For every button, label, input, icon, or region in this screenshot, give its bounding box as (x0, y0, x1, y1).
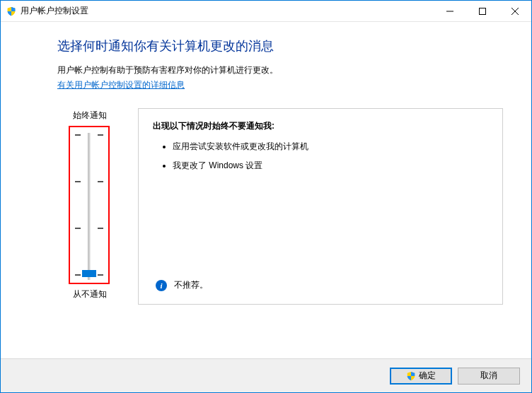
shield-icon (6, 6, 16, 16)
footer: 确定 取消 (1, 358, 531, 392)
tick-mark (98, 274, 103, 276)
shield-icon (406, 371, 416, 381)
slider-column: 始终通知 (57, 108, 121, 305)
close-button[interactable] (499, 1, 531, 21)
window-title: 用户帐户控制设置 (21, 5, 434, 17)
tick-mark (75, 274, 81, 276)
info-list-item: 我更改了 Windows 设置 (173, 160, 488, 172)
info-list-item: 应用尝试安装软件或更改我的计算机 (173, 141, 488, 153)
ok-button[interactable]: 确定 (390, 368, 452, 385)
uac-settings-window: 用户帐户控制设置 选择何时通知你有关计算机更改的消息 用户帐户控制有助于预防有害… (0, 0, 532, 393)
ok-button-label: 确定 (419, 370, 436, 382)
cancel-button[interactable]: 取消 (458, 368, 520, 385)
slider-track (88, 133, 91, 280)
info-list: 应用尝试安装软件或更改我的计算机 我更改了 Windows 设置 (153, 141, 488, 172)
info-panel-title: 出现以下情况时始终不要通知我: (153, 120, 488, 132)
content-area: 选择何时通知你有关计算机更改的消息 用户帐户控制有助于预防有害程序对你的计算机进… (1, 22, 531, 358)
slider-label-never: 从不通知 (57, 288, 107, 300)
tick-col-left (74, 131, 81, 278)
titlebar: 用户帐户控制设置 (1, 1, 531, 22)
window-controls (434, 1, 531, 21)
recommendation-text: 不推荐。 (174, 279, 208, 291)
minimize-button[interactable] (434, 1, 466, 21)
slider-label-always: 始终通知 (57, 110, 107, 122)
body-row: 始终通知 (57, 108, 503, 305)
page-heading: 选择何时通知你有关计算机更改的消息 (57, 37, 503, 54)
tick-mark (75, 181, 81, 182)
tick-col-right (97, 131, 104, 278)
tick-mark (98, 134, 103, 136)
info-icon: i (156, 280, 167, 291)
slider-track-col (81, 131, 97, 278)
slider-thumb[interactable] (82, 270, 96, 277)
tick-mark (75, 228, 81, 229)
notification-slider[interactable] (69, 126, 110, 284)
page-description: 用户帐户控制有助于预防有害程序对你的计算机进行更改。 (57, 64, 503, 76)
info-panel: 出现以下情况时始终不要通知我: 应用尝试安装软件或更改我的计算机 我更改了 Wi… (138, 108, 503, 305)
recommendation-row: i 不推荐。 (156, 279, 208, 291)
tick-mark (98, 228, 103, 229)
tick-mark (75, 134, 81, 136)
cancel-button-label: 取消 (480, 370, 497, 382)
tick-mark (98, 181, 103, 182)
details-link[interactable]: 有关用户帐户控制设置的详细信息 (57, 79, 185, 91)
svg-rect-1 (480, 8, 486, 14)
maximize-button[interactable] (466, 1, 499, 21)
